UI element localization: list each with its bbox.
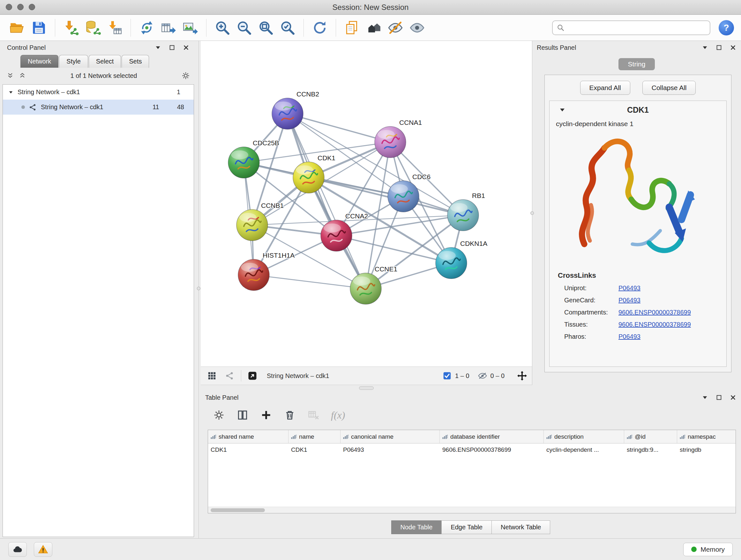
collapse-all-icon[interactable] xyxy=(6,72,14,79)
network-collection-row[interactable]: String Network – cdk1 1 xyxy=(3,84,194,100)
zoom-in-button[interactable] xyxy=(212,17,232,38)
column-header[interactable]: name xyxy=(288,430,340,443)
zoom-fit-button[interactable] xyxy=(256,17,276,38)
selected-checkbox-icon[interactable] xyxy=(442,371,452,381)
collapse-all-button[interactable]: Collapse All xyxy=(643,81,696,95)
column-header[interactable]: @id xyxy=(624,430,677,443)
section-collapse-icon[interactable] xyxy=(558,106,566,114)
save-session-button[interactable] xyxy=(29,17,49,38)
expand-all-icon[interactable] xyxy=(18,72,26,79)
tab-node-table[interactable]: Node Table xyxy=(391,520,442,534)
column-header[interactable]: description xyxy=(544,430,624,443)
crosslink-link[interactable]: 9606.ENSP00000378699 xyxy=(618,309,691,316)
tab-select[interactable]: Select xyxy=(89,55,121,68)
tab-network-table[interactable]: Network Table xyxy=(491,520,550,534)
protein-description: cyclin-dependent kinase 1 xyxy=(549,119,726,128)
minimize-window-button[interactable] xyxy=(17,4,23,10)
share-network-button[interactable] xyxy=(223,369,237,382)
panel-float-icon[interactable] xyxy=(169,44,176,51)
crosslink-link[interactable]: P06493 xyxy=(618,333,641,340)
network-node-CDKN1A[interactable]: CDKN1A xyxy=(435,240,487,279)
add-column-icon[interactable] xyxy=(260,409,272,421)
selected-count: 1 – 0 xyxy=(455,372,469,380)
options-gear-icon[interactable] xyxy=(181,71,190,80)
column-header[interactable]: database identifier xyxy=(440,430,544,443)
network-row-selected[interactable]: String Network – cdk1 11 48 xyxy=(3,100,194,115)
apply-layout-button[interactable] xyxy=(310,17,330,38)
grid-view-button[interactable] xyxy=(205,369,219,382)
network-view[interactable]: CCNB2CCNA1CDC25BCDK1CDC6RB1CCNB1CCNA2CDK… xyxy=(201,41,532,367)
splitter-handle[interactable] xyxy=(359,386,374,390)
delete-icon[interactable] xyxy=(284,409,296,421)
close-window-button[interactable] xyxy=(6,4,12,10)
show-all-button[interactable] xyxy=(407,17,427,38)
tab-network[interactable]: Network xyxy=(20,55,58,68)
panel-close-icon[interactable] xyxy=(730,394,737,401)
hide-selected-button[interactable] xyxy=(385,17,406,38)
crosslink-link[interactable]: 9606.ENSP00000378699 xyxy=(618,321,691,328)
search-input[interactable] xyxy=(567,24,706,32)
results-panel-title: Results Panel xyxy=(537,44,576,51)
table-settings-gear-icon[interactable] xyxy=(213,409,225,421)
export-table-button[interactable] xyxy=(158,17,179,38)
tab-edge-table[interactable]: Edge Table xyxy=(441,520,492,534)
open-in-window-button[interactable] xyxy=(246,369,259,382)
edge-count: 48 xyxy=(177,104,184,111)
disclosure-triangle-icon[interactable] xyxy=(8,89,14,95)
crosslink-link[interactable]: P06493 xyxy=(618,297,641,304)
import-network-database-button[interactable] xyxy=(83,17,103,38)
scrollbar-thumb[interactable] xyxy=(211,508,265,512)
sort-icon xyxy=(442,434,448,440)
horizontal-splitter[interactable] xyxy=(201,385,532,391)
horizontal-scrollbar[interactable] xyxy=(208,507,736,513)
network-node-RB1[interactable]: RB1 xyxy=(448,192,485,231)
panel-close-icon[interactable] xyxy=(183,44,190,51)
tab-sets[interactable]: Sets xyxy=(122,55,149,68)
column-header[interactable]: canonical name xyxy=(340,430,440,443)
hidden-eye-slash-icon[interactable] xyxy=(478,371,487,381)
control-panel-tabs: Network Style Select Sets xyxy=(20,55,194,68)
import-network-file-button[interactable] xyxy=(61,17,81,38)
network-node-CCNA1[interactable]: CCNA1 xyxy=(375,119,422,158)
tab-style[interactable]: Style xyxy=(59,55,88,68)
column-header[interactable]: namespac xyxy=(677,430,736,443)
import-table-button[interactable] xyxy=(105,17,125,38)
network-canvas-svg[interactable]: CCNB2CCNA1CDC25BCDK1CDC6RB1CCNB1CCNA2CDK… xyxy=(201,41,532,367)
left-splitter-handle[interactable] xyxy=(197,287,200,290)
expand-all-button[interactable]: Expand All xyxy=(580,81,630,95)
maximize-window-button[interactable] xyxy=(29,4,35,10)
panel-menu-icon[interactable] xyxy=(154,44,161,51)
panel-menu-icon[interactable] xyxy=(701,44,709,51)
window-title: Session: New Session xyxy=(0,0,741,14)
column-header[interactable]: shared name xyxy=(208,430,288,443)
protein-section-header[interactable]: CDK1 xyxy=(549,101,726,119)
string-tab-badge[interactable]: String xyxy=(618,58,655,70)
results-panel: Results Panel String Expand All Collapse… xyxy=(532,42,741,391)
zoom-selected-button[interactable] xyxy=(277,17,298,38)
function-builder-button[interactable]: f(x) xyxy=(331,409,345,421)
panel-float-icon[interactable] xyxy=(716,394,723,401)
open-session-button[interactable] xyxy=(7,17,27,38)
copy-document-button[interactable] xyxy=(342,17,362,38)
first-neighbors-button[interactable] xyxy=(363,17,384,38)
panel-close-icon[interactable] xyxy=(730,44,737,51)
panel-menu-icon[interactable] xyxy=(701,394,709,401)
network-node-CDK1[interactable]: CDK1 xyxy=(293,154,335,193)
panel-float-icon[interactable] xyxy=(716,44,723,51)
network-node-CCNB2[interactable]: CCNB2 xyxy=(272,90,319,129)
manage-columns-icon[interactable] xyxy=(237,409,249,421)
crosslink-link[interactable]: P06493 xyxy=(618,285,641,292)
zoom-out-button[interactable] xyxy=(234,17,254,38)
node-label: CDK1 xyxy=(318,154,335,162)
table-row[interactable]: CDK1CDK1P064939606.ENSP00000378699cyclin… xyxy=(208,443,736,456)
memory-button[interactable]: Memory xyxy=(683,543,733,556)
crosslinks-block: CrossLinks Uniprot:P06493GeneCard:P06493… xyxy=(549,271,726,340)
export-image-button[interactable] xyxy=(180,17,200,38)
cloud-status-button[interactable] xyxy=(8,542,27,557)
pan-move-icon[interactable] xyxy=(517,370,528,381)
table-cell: stringdb xyxy=(677,443,736,456)
network-node-HIST1H1A[interactable]: HIST1H1A xyxy=(238,252,294,291)
help-button[interactable]: ? xyxy=(719,20,734,36)
warnings-button[interactable] xyxy=(34,542,52,557)
clone-network-button[interactable] xyxy=(137,17,157,38)
